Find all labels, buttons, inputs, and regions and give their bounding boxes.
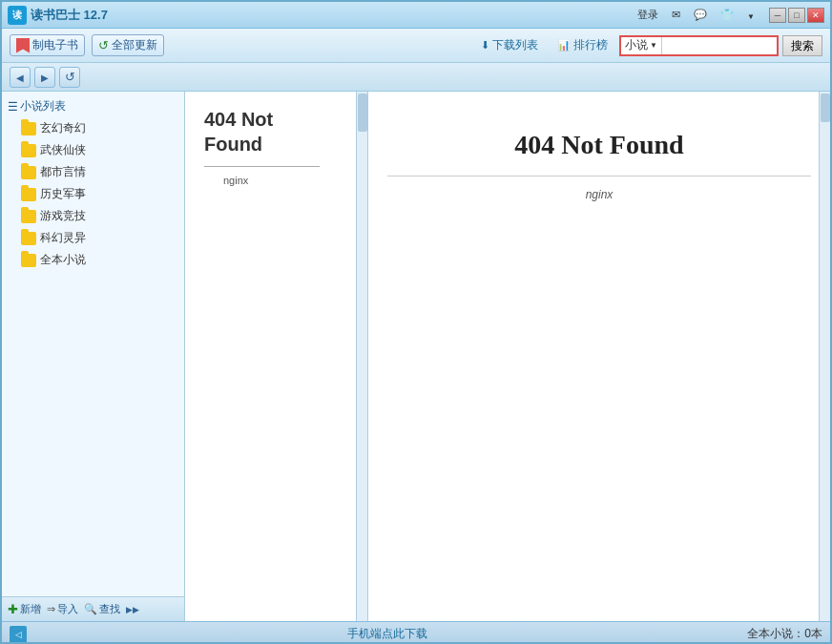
- statusbar-right: 全本小说：0本: [747, 626, 822, 642]
- content-hr: [387, 176, 811, 177]
- titlebar-left: 读 读书巴士 12.7: [8, 6, 108, 25]
- sidebar-item-xuanhuan[interactable]: 玄幻奇幻: [2, 117, 184, 139]
- shirt-icon[interactable]: [718, 8, 737, 22]
- content-404: 404 Not Found nginx: [368, 92, 830, 220]
- close-button[interactable]: ✕: [807, 8, 824, 23]
- nav-toolbar: [2, 63, 830, 92]
- titlebar: 读 读书巴士 12.7 登录 ─ □ ✕: [2, 2, 830, 29]
- make-ebook-button[interactable]: 制电子书: [10, 34, 85, 56]
- folder-icon: [21, 122, 36, 135]
- app-title: 读书巴士 12.7: [31, 7, 108, 24]
- preview-404-title: 404 Not Found: [204, 107, 348, 156]
- back-button[interactable]: [10, 67, 31, 88]
- download-icon: ⬇: [481, 39, 489, 52]
- folder-icon: [21, 166, 36, 179]
- folder-icon: [21, 144, 36, 157]
- sidebar-item-wuxia[interactable]: 武侠仙侠: [2, 139, 184, 161]
- sidebar-item-youxi[interactable]: 游戏竞技: [2, 205, 184, 227]
- preview-scroll-thumb[interactable]: [358, 93, 367, 132]
- bookmark-icon: [16, 38, 30, 53]
- folder-icon: [21, 210, 36, 223]
- content-scrollbar[interactable]: [819, 92, 830, 621]
- statusbar-center: 手机端点此下载: [27, 626, 747, 642]
- search-sidebar-icon: 🔍: [84, 603, 97, 615]
- dropdown-arrow: ▼: [650, 41, 657, 50]
- login-button[interactable]: 登录: [634, 7, 661, 23]
- chart-icon: 📊: [557, 39, 571, 52]
- search-button[interactable]: 搜索: [782, 35, 822, 56]
- search-input[interactable]: [662, 37, 777, 54]
- mail-icon[interactable]: [669, 8, 683, 22]
- statusbar: ◁ 手机端点此下载 全本小说：0本: [2, 621, 830, 644]
- preview-content: 404 Not Found nginx: [185, 92, 367, 196]
- list-icon: ☰: [8, 100, 18, 114]
- sidebar-item-lishi[interactable]: 历史军事: [2, 183, 184, 205]
- statusbar-left: ◁: [10, 626, 27, 643]
- content-pane: 404 Not Found nginx: [368, 92, 830, 621]
- folder-icon: [21, 188, 36, 201]
- more-button[interactable]: ▶▶: [126, 605, 139, 614]
- maximize-button[interactable]: □: [788, 8, 805, 23]
- preview-nginx: nginx: [223, 175, 348, 186]
- arrow-right-icon: [41, 71, 49, 84]
- import-icon: ⇒: [47, 603, 55, 615]
- content-scroll-thumb[interactable]: [821, 93, 830, 122]
- add-icon: ✚: [8, 602, 18, 616]
- sidebar: ☰ 小说列表 玄幻奇幻 武侠仙侠 都市言情 历史军事 游戏竞技: [2, 92, 185, 621]
- folder-icon: [21, 254, 36, 267]
- refresh-icon: ↺: [98, 38, 109, 52]
- import-button[interactable]: ⇒ 导入: [47, 602, 78, 616]
- statusbar-home-icon[interactable]: ◁: [10, 626, 27, 643]
- sidebar-bottom-bar: ✚ 新增 ⇒ 导入 🔍 查找 ▶▶: [2, 596, 184, 621]
- update-all-button[interactable]: ↺ 全部更新: [92, 34, 164, 56]
- mobile-download-link[interactable]: 手机端点此下载: [347, 627, 427, 640]
- content-404-title: 404 Not Found: [368, 130, 830, 160]
- add-button[interactable]: ✚ 新增: [8, 602, 41, 616]
- search-area: ⬇ 下载列表 📊 排行榜 小说 ▼ 搜索: [473, 35, 822, 56]
- toolbar-left: 制电子书 ↺ 全部更新: [10, 34, 164, 56]
- forward-button[interactable]: [34, 67, 55, 88]
- preview-divider: [204, 166, 320, 167]
- preview-scrollbar[interactable]: [356, 92, 367, 621]
- content-nginx: nginx: [368, 188, 830, 201]
- sidebar-content: ☰ 小说列表 玄幻奇幻 武侠仙侠 都市言情 历史军事 游戏竞技: [2, 92, 184, 596]
- download-list-button[interactable]: ⬇ 下载列表: [473, 37, 546, 53]
- ranking-button[interactable]: 📊 排行榜: [550, 37, 615, 53]
- search-sidebar-button[interactable]: 🔍 查找: [84, 602, 120, 616]
- toolbar: 制电子书 ↺ 全部更新 ⬇ 下载列表 📊 排行榜 小说 ▼ 搜索: [2, 29, 830, 63]
- window-controls: ─ □ ✕: [769, 8, 824, 23]
- folder-icon: [21, 232, 36, 245]
- minimize-button[interactable]: ─: [769, 8, 786, 23]
- chat-icon[interactable]: [691, 8, 710, 22]
- refresh-nav-icon: [65, 70, 75, 84]
- expand-icon[interactable]: [744, 9, 758, 22]
- sidebar-item-quanben[interactable]: 全本小说: [2, 249, 184, 271]
- sidebar-section-title: ☰ 小说列表: [2, 95, 184, 117]
- app-logo: 读: [8, 6, 27, 25]
- titlebar-right: 登录 ─ □ ✕: [634, 7, 824, 23]
- content-inner: 404 Not Found nginx: [368, 92, 830, 621]
- sidebar-item-dushi[interactable]: 都市言情: [2, 161, 184, 183]
- preview-pane: 404 Not Found nginx: [185, 92, 368, 621]
- arrow-left-icon: [16, 71, 24, 84]
- search-category-dropdown[interactable]: 小说 ▼: [621, 37, 662, 54]
- refresh-button[interactable]: [59, 67, 80, 88]
- sidebar-item-kehuan[interactable]: 科幻灵异: [2, 227, 184, 249]
- search-box: 小说 ▼: [619, 35, 779, 56]
- more-icon: ▶▶: [126, 605, 139, 614]
- main-layout: ☰ 小说列表 玄幻奇幻 武侠仙侠 都市言情 历史军事 游戏竞技: [2, 92, 830, 621]
